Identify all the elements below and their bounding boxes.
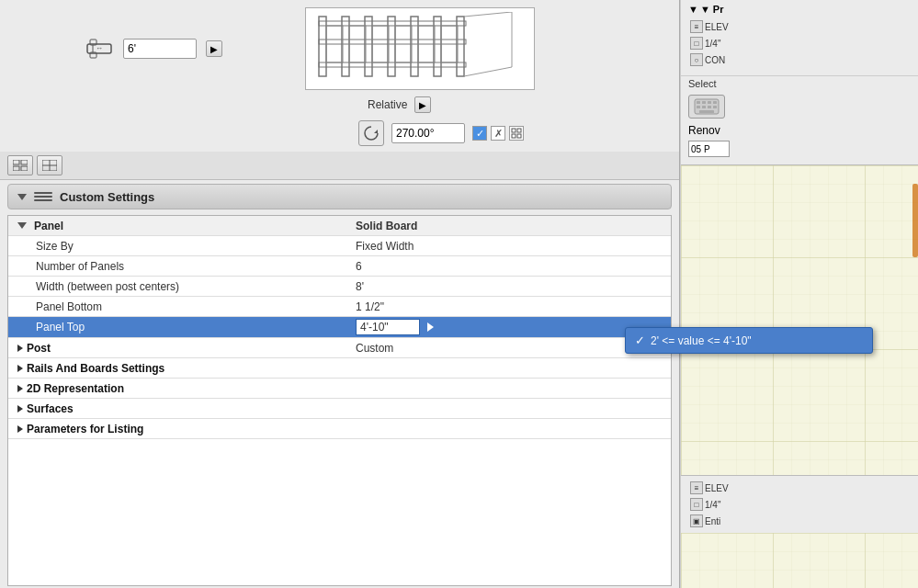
- surfaces-value: [348, 407, 671, 411]
- 2d-value: [348, 387, 671, 390]
- svg-rect-13: [319, 40, 466, 44]
- panel-header-label: Panel: [34, 220, 63, 232]
- svg-rect-30: [21, 160, 28, 164]
- angle-input[interactable]: 270.00°: [391, 123, 465, 143]
- panel-top-value: [348, 317, 671, 337]
- relative-arrow-icon: ▶: [419, 100, 426, 110]
- rails-label: Rails And Boards Settings: [27, 362, 164, 375]
- right-panel: ▼ ▼ Pr ≡ ELEV □ 1/4" ○ CON S: [680, 0, 918, 588]
- dropdown-arrow-icon: [427, 322, 434, 332]
- surfaces-section-row[interactable]: Surfaces: [8, 399, 671, 419]
- svg-rect-40: [713, 101, 717, 104]
- svg-line-21: [464, 12, 512, 17]
- con-item-1[interactable]: ○ CON: [688, 51, 911, 68]
- select-label: Select: [688, 78, 717, 89]
- arrow-icon: ▶: [210, 44, 218, 54]
- panel-type-value: Solid Board: [348, 218, 671, 234]
- panel-expand-icon: [17, 222, 27, 229]
- table-row[interactable]: Panel Bottom 1 1/2": [8, 297, 671, 317]
- post-label: Post: [27, 342, 51, 355]
- quarter-item-1[interactable]: □ 1/4": [688, 35, 911, 51]
- quarter-icon-1: □: [690, 37, 703, 50]
- elev-icon-1: ≡: [690, 20, 703, 33]
- enti-label: Enti: [705, 516, 720, 526]
- checkbox-checked[interactable]: ✓: [472, 126, 487, 141]
- svg-rect-31: [13, 166, 19, 171]
- enti-item[interactable]: ▣ Enti: [688, 513, 911, 529]
- panel-top-input[interactable]: [356, 319, 420, 335]
- table-row[interactable]: Number of Panels 6: [8, 256, 671, 277]
- svg-text:↔: ↔: [96, 44, 103, 52]
- params-section-row[interactable]: Parameters for Listing: [8, 419, 671, 439]
- panel-top-row[interactable]: Panel Top: [8, 317, 671, 338]
- settings-lines-icon: [34, 189, 52, 204]
- 2d-expand-icon: [17, 385, 23, 392]
- svg-rect-42: [702, 106, 706, 108]
- right-panel-top: ▼ ▼ Pr ≡ ELEV □ 1/4" ○ CON S: [681, 0, 918, 165]
- renov-input[interactable]: [688, 141, 730, 157]
- enti-icon: ▣: [690, 514, 703, 527]
- surfaces-label: Surfaces: [27, 402, 74, 415]
- size-by-value: Fixed Width: [348, 238, 671, 254]
- post-section-row[interactable]: Post Custom: [8, 338, 671, 358]
- grid-area: ≡ ELEV □ 1/4" ▣ Enti: [681, 165, 918, 588]
- rails-expand-icon: [17, 365, 23, 372]
- custom-settings-title: Custom Settings: [60, 190, 154, 204]
- angle-input-row: 270.00° ✓ ✗: [0, 115, 679, 152]
- 2d-section-row[interactable]: 2D Representation: [8, 379, 671, 399]
- dimension-icon: ↔: [85, 36, 114, 62]
- quarter-label-2: 1/4": [705, 500, 720, 510]
- elev-item-2[interactable]: ≡ ELEV: [688, 480, 911, 496]
- table-row[interactable]: Size By Fixed Width: [8, 236, 671, 256]
- num-panels-value: 6: [348, 258, 671, 275]
- rotate-icon: [358, 120, 384, 146]
- orange-bar: [912, 184, 918, 257]
- left-panel: ↔ 6' ▶: [0, 0, 680, 588]
- custom-settings-header[interactable]: Custom Settings: [7, 184, 672, 209]
- svg-rect-29: [13, 160, 19, 164]
- elev-icon-2: ≡: [690, 481, 703, 494]
- quarter-label-1: 1/4": [705, 39, 720, 49]
- keyboard-area: [681, 91, 918, 122]
- num-panels-label: Number of Panels: [8, 258, 348, 275]
- dimension-input[interactable]: 6': [123, 39, 197, 59]
- svg-rect-32: [21, 166, 28, 171]
- panel-bottom-label: Panel Bottom: [8, 299, 348, 315]
- svg-rect-28: [517, 134, 521, 138]
- svg-rect-25: [512, 129, 516, 132]
- dimension-arrow-button[interactable]: ▶: [206, 40, 222, 57]
- dropdown-range-text: 2' <= value <= 4'-10": [651, 334, 752, 347]
- svg-rect-44: [713, 106, 717, 108]
- svg-rect-41: [697, 106, 700, 108]
- rails-section-row[interactable]: Rails And Boards Settings: [8, 358, 671, 379]
- pr-section: ▼ ▼ Pr ≡ ELEV □ 1/4" ○ CON: [681, 0, 918, 72]
- bottom-panel-items: ≡ ELEV □ 1/4" ▣ Enti: [681, 475, 918, 533]
- rails-value: [348, 367, 671, 370]
- checkbox-grid[interactable]: [509, 126, 524, 141]
- post-value: Custom: [348, 340, 671, 356]
- dropdown-item[interactable]: ✓ 2' <= value <= 4'-10": [626, 331, 872, 350]
- svg-rect-39: [708, 101, 711, 104]
- checkbox-group: ✓ ✗: [472, 126, 524, 141]
- panel-header-row: Panel Solid Board: [8, 216, 671, 236]
- elev-item-1[interactable]: ≡ ELEV: [688, 18, 911, 35]
- select-area: Select: [681, 75, 918, 91]
- 2d-label: 2D Representation: [27, 382, 124, 395]
- quarter-item-2[interactable]: □ 1/4": [688, 496, 911, 513]
- relative-arrow-button[interactable]: ▶: [414, 96, 431, 113]
- grid-icon-2[interactable]: [37, 155, 62, 175]
- panel-top-label: Panel Top: [8, 319, 348, 335]
- width-value: 8': [348, 278, 671, 295]
- svg-rect-38: [702, 101, 706, 104]
- grid-icon-1[interactable]: [7, 155, 33, 175]
- relative-label: Relative: [368, 98, 407, 111]
- table-row[interactable]: Width (between post centers) 8': [8, 277, 671, 297]
- pr-label: ▼ Pr: [700, 4, 724, 15]
- keyboard-icon[interactable]: [688, 95, 725, 119]
- checkbox-x[interactable]: ✗: [491, 126, 505, 141]
- svg-rect-26: [517, 129, 521, 132]
- svg-rect-14: [319, 62, 466, 67]
- params-expand-icon: [17, 425, 23, 433]
- dropdown-checkmark: ✓: [635, 334, 645, 347]
- width-label: Width (between post centers): [8, 278, 348, 295]
